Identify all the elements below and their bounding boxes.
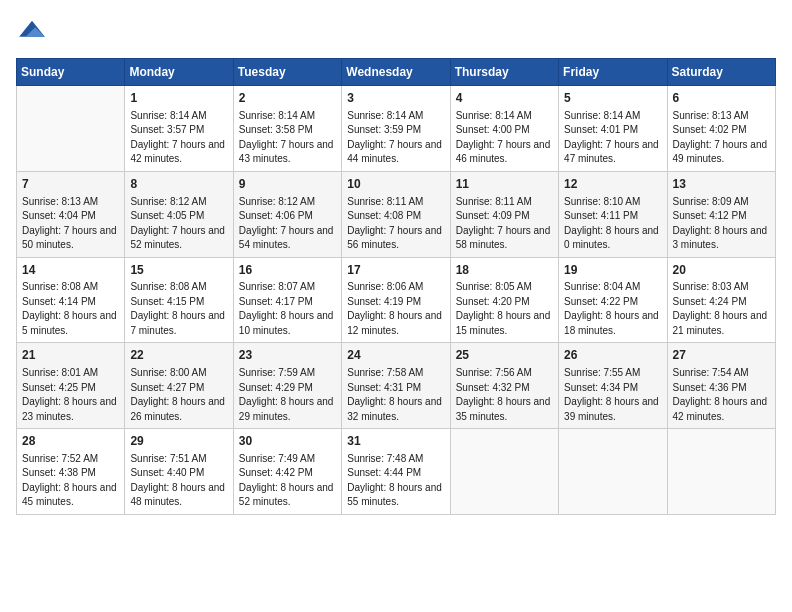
- day-info: Sunrise: 8:08 AMSunset: 4:15 PMDaylight:…: [130, 280, 227, 338]
- logo: [16, 16, 52, 48]
- calendar-cell: 16Sunrise: 8:07 AMSunset: 4:17 PMDayligh…: [233, 257, 341, 343]
- day-info: Sunrise: 8:11 AMSunset: 4:08 PMDaylight:…: [347, 195, 444, 253]
- weekday-header-sunday: Sunday: [17, 59, 125, 86]
- day-number: 9: [239, 176, 336, 193]
- day-info: Sunrise: 8:03 AMSunset: 4:24 PMDaylight:…: [673, 280, 770, 338]
- calendar-cell: 11Sunrise: 8:11 AMSunset: 4:09 PMDayligh…: [450, 171, 558, 257]
- day-number: 16: [239, 262, 336, 279]
- calendar-cell: 17Sunrise: 8:06 AMSunset: 4:19 PMDayligh…: [342, 257, 450, 343]
- calendar-cell: 8Sunrise: 8:12 AMSunset: 4:05 PMDaylight…: [125, 171, 233, 257]
- calendar-week-2: 7Sunrise: 8:13 AMSunset: 4:04 PMDaylight…: [17, 171, 776, 257]
- calendar-cell: 25Sunrise: 7:56 AMSunset: 4:32 PMDayligh…: [450, 343, 558, 429]
- day-number: 2: [239, 90, 336, 107]
- calendar-cell: 19Sunrise: 8:04 AMSunset: 4:22 PMDayligh…: [559, 257, 667, 343]
- calendar-cell: 14Sunrise: 8:08 AMSunset: 4:14 PMDayligh…: [17, 257, 125, 343]
- day-info: Sunrise: 8:13 AMSunset: 4:04 PMDaylight:…: [22, 195, 119, 253]
- calendar-cell: 23Sunrise: 7:59 AMSunset: 4:29 PMDayligh…: [233, 343, 341, 429]
- calendar-cell: 7Sunrise: 8:13 AMSunset: 4:04 PMDaylight…: [17, 171, 125, 257]
- day-number: 4: [456, 90, 553, 107]
- day-number: 27: [673, 347, 770, 364]
- day-number: 19: [564, 262, 661, 279]
- day-number: 5: [564, 90, 661, 107]
- day-info: Sunrise: 8:14 AMSunset: 3:57 PMDaylight:…: [130, 109, 227, 167]
- day-number: 30: [239, 433, 336, 450]
- calendar-cell: 18Sunrise: 8:05 AMSunset: 4:20 PMDayligh…: [450, 257, 558, 343]
- day-number: 25: [456, 347, 553, 364]
- day-number: 8: [130, 176, 227, 193]
- day-number: 29: [130, 433, 227, 450]
- calendar-cell: 26Sunrise: 7:55 AMSunset: 4:34 PMDayligh…: [559, 343, 667, 429]
- day-number: 20: [673, 262, 770, 279]
- calendar-week-1: 1Sunrise: 8:14 AMSunset: 3:57 PMDaylight…: [17, 86, 776, 172]
- day-info: Sunrise: 7:59 AMSunset: 4:29 PMDaylight:…: [239, 366, 336, 424]
- calendar-cell: 9Sunrise: 8:12 AMSunset: 4:06 PMDaylight…: [233, 171, 341, 257]
- calendar-cell: 31Sunrise: 7:48 AMSunset: 4:44 PMDayligh…: [342, 429, 450, 515]
- calendar-cell: [17, 86, 125, 172]
- day-number: 6: [673, 90, 770, 107]
- day-number: 23: [239, 347, 336, 364]
- day-info: Sunrise: 8:14 AMSunset: 3:59 PMDaylight:…: [347, 109, 444, 167]
- calendar-cell: 4Sunrise: 8:14 AMSunset: 4:00 PMDaylight…: [450, 86, 558, 172]
- weekday-header-friday: Friday: [559, 59, 667, 86]
- day-number: 10: [347, 176, 444, 193]
- day-number: 26: [564, 347, 661, 364]
- day-number: 18: [456, 262, 553, 279]
- day-info: Sunrise: 8:09 AMSunset: 4:12 PMDaylight:…: [673, 195, 770, 253]
- day-info: Sunrise: 7:49 AMSunset: 4:42 PMDaylight:…: [239, 452, 336, 510]
- day-info: Sunrise: 8:08 AMSunset: 4:14 PMDaylight:…: [22, 280, 119, 338]
- calendar-cell: [667, 429, 775, 515]
- day-info: Sunrise: 7:48 AMSunset: 4:44 PMDaylight:…: [347, 452, 444, 510]
- calendar-cell: 20Sunrise: 8:03 AMSunset: 4:24 PMDayligh…: [667, 257, 775, 343]
- calendar-cell: [559, 429, 667, 515]
- calendar-cell: 15Sunrise: 8:08 AMSunset: 4:15 PMDayligh…: [125, 257, 233, 343]
- calendar-cell: 29Sunrise: 7:51 AMSunset: 4:40 PMDayligh…: [125, 429, 233, 515]
- calendar-table: SundayMondayTuesdayWednesdayThursdayFrid…: [16, 58, 776, 515]
- calendar-cell: 5Sunrise: 8:14 AMSunset: 4:01 PMDaylight…: [559, 86, 667, 172]
- calendar-week-4: 21Sunrise: 8:01 AMSunset: 4:25 PMDayligh…: [17, 343, 776, 429]
- weekday-header-wednesday: Wednesday: [342, 59, 450, 86]
- day-number: 12: [564, 176, 661, 193]
- day-info: Sunrise: 8:14 AMSunset: 4:00 PMDaylight:…: [456, 109, 553, 167]
- day-info: Sunrise: 8:12 AMSunset: 4:06 PMDaylight:…: [239, 195, 336, 253]
- calendar-cell: 13Sunrise: 8:09 AMSunset: 4:12 PMDayligh…: [667, 171, 775, 257]
- day-number: 15: [130, 262, 227, 279]
- day-info: Sunrise: 8:05 AMSunset: 4:20 PMDaylight:…: [456, 280, 553, 338]
- calendar-cell: 30Sunrise: 7:49 AMSunset: 4:42 PMDayligh…: [233, 429, 341, 515]
- day-number: 24: [347, 347, 444, 364]
- calendar-cell: [450, 429, 558, 515]
- day-info: Sunrise: 7:58 AMSunset: 4:31 PMDaylight:…: [347, 366, 444, 424]
- day-info: Sunrise: 8:06 AMSunset: 4:19 PMDaylight:…: [347, 280, 444, 338]
- day-info: Sunrise: 8:04 AMSunset: 4:22 PMDaylight:…: [564, 280, 661, 338]
- calendar-cell: 2Sunrise: 8:14 AMSunset: 3:58 PMDaylight…: [233, 86, 341, 172]
- weekday-header-thursday: Thursday: [450, 59, 558, 86]
- calendar-cell: 24Sunrise: 7:58 AMSunset: 4:31 PMDayligh…: [342, 343, 450, 429]
- calendar-cell: 28Sunrise: 7:52 AMSunset: 4:38 PMDayligh…: [17, 429, 125, 515]
- day-info: Sunrise: 7:56 AMSunset: 4:32 PMDaylight:…: [456, 366, 553, 424]
- day-number: 1: [130, 90, 227, 107]
- weekday-header-row: SundayMondayTuesdayWednesdayThursdayFrid…: [17, 59, 776, 86]
- calendar-cell: 10Sunrise: 8:11 AMSunset: 4:08 PMDayligh…: [342, 171, 450, 257]
- calendar-cell: 6Sunrise: 8:13 AMSunset: 4:02 PMDaylight…: [667, 86, 775, 172]
- day-number: 14: [22, 262, 119, 279]
- calendar-cell: 1Sunrise: 8:14 AMSunset: 3:57 PMDaylight…: [125, 86, 233, 172]
- day-info: Sunrise: 8:01 AMSunset: 4:25 PMDaylight:…: [22, 366, 119, 424]
- day-number: 21: [22, 347, 119, 364]
- calendar-cell: 21Sunrise: 8:01 AMSunset: 4:25 PMDayligh…: [17, 343, 125, 429]
- calendar-cell: 27Sunrise: 7:54 AMSunset: 4:36 PMDayligh…: [667, 343, 775, 429]
- day-info: Sunrise: 7:51 AMSunset: 4:40 PMDaylight:…: [130, 452, 227, 510]
- day-info: Sunrise: 8:07 AMSunset: 4:17 PMDaylight:…: [239, 280, 336, 338]
- day-info: Sunrise: 8:11 AMSunset: 4:09 PMDaylight:…: [456, 195, 553, 253]
- day-info: Sunrise: 7:54 AMSunset: 4:36 PMDaylight:…: [673, 366, 770, 424]
- day-number: 13: [673, 176, 770, 193]
- weekday-header-monday: Monday: [125, 59, 233, 86]
- day-number: 22: [130, 347, 227, 364]
- day-info: Sunrise: 8:14 AMSunset: 4:01 PMDaylight:…: [564, 109, 661, 167]
- calendar-week-3: 14Sunrise: 8:08 AMSunset: 4:14 PMDayligh…: [17, 257, 776, 343]
- day-info: Sunrise: 8:13 AMSunset: 4:02 PMDaylight:…: [673, 109, 770, 167]
- day-info: Sunrise: 8:12 AMSunset: 4:05 PMDaylight:…: [130, 195, 227, 253]
- page-header: [16, 16, 776, 48]
- day-number: 17: [347, 262, 444, 279]
- day-info: Sunrise: 8:14 AMSunset: 3:58 PMDaylight:…: [239, 109, 336, 167]
- day-info: Sunrise: 7:55 AMSunset: 4:34 PMDaylight:…: [564, 366, 661, 424]
- day-number: 31: [347, 433, 444, 450]
